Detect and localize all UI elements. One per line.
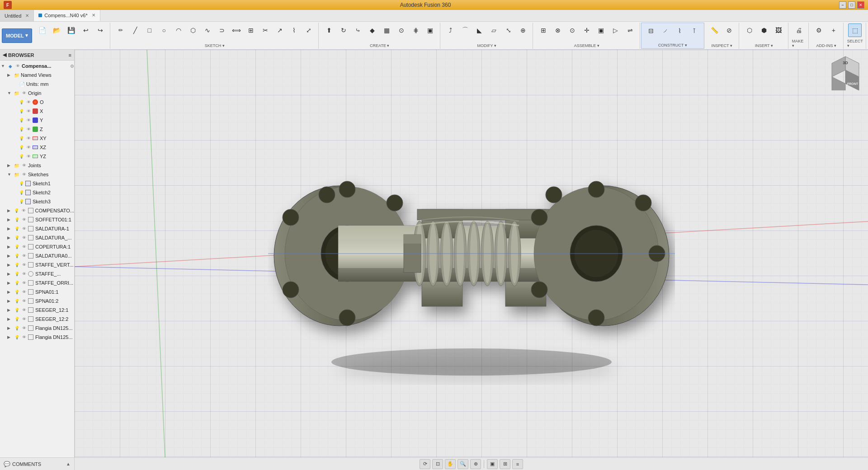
midplane-button[interactable]: ⊺ (688, 24, 701, 38)
3d-print-button[interactable]: 🖨 (792, 24, 806, 37)
offset-plane-button[interactable]: ⊟ (644, 24, 658, 38)
root-eye-icon[interactable]: 👁 (14, 63, 21, 69)
press-pull-button[interactable]: ⤴ (444, 24, 458, 37)
tree-seeger1[interactable]: ▶ 💡 👁 SEEGER_12:1 (0, 306, 74, 315)
saldatura0-arrow[interactable]: ▶ (7, 254, 13, 258)
pattern-button[interactable]: ⊞ (244, 24, 258, 37)
staffe2-eye-icon[interactable]: 👁 (21, 271, 27, 277)
tab-close-untitled[interactable]: ✕ (25, 13, 29, 18)
tree-plane-yz[interactable]: 💡 👁 YZ (0, 152, 74, 161)
addins-button[interactable]: + (827, 24, 840, 37)
joints-arrow[interactable]: ▶ (7, 163, 13, 168)
tree-named-views[interactable]: ▶ 📁 Named Views (0, 70, 74, 80)
seeger2-eye-icon[interactable]: 👁 (21, 316, 27, 322)
xz-eye-icon[interactable]: 👁 (25, 144, 32, 150)
browser-menu-icon[interactable]: ≡ (69, 52, 71, 58)
minimize-button[interactable]: − (839, 1, 846, 9)
look-at-button[interactable]: ⊡ (432, 459, 443, 469)
new-component-button[interactable]: ⊞ (537, 24, 550, 37)
saldatura2-arrow[interactable]: ▶ (7, 235, 13, 240)
new-button[interactable]: 📄 (36, 24, 49, 37)
tangent-plane-button[interactable]: ⌇ (673, 24, 687, 38)
undo-button[interactable]: ↩ (79, 24, 93, 37)
tab-close-main[interactable]: ✕ (92, 13, 95, 18)
root-gear-icon[interactable]: ⚙ (70, 64, 74, 69)
tab-compensan40v6[interactable]: Compens...N40 v6* ✕ (34, 10, 100, 21)
seeger1-eye-icon[interactable]: 👁 (21, 307, 27, 313)
insert-svg-button[interactable]: ⬢ (757, 24, 771, 37)
zoom-button[interactable]: 🔍 (458, 459, 468, 469)
circle-button[interactable]: ○ (157, 24, 171, 37)
redo-button[interactable]: ↪ (94, 24, 107, 37)
polygon-button[interactable]: ⬡ (186, 24, 200, 37)
extend-button[interactable]: ↗ (273, 24, 287, 37)
spna2-arrow[interactable]: ▶ (7, 299, 13, 303)
tree-spna1[interactable]: ▶ 💡 👁 SPNA01:1 (0, 287, 74, 296)
hole-button[interactable]: ⊙ (395, 24, 408, 37)
tree-units[interactable]: ▶ 📄 Units: mm (0, 80, 74, 89)
comments-expand-icon[interactable]: ▲ (66, 461, 71, 466)
display-mode-button[interactable]: ▣ (487, 459, 498, 469)
tree-flangia2[interactable]: ▶ 💡 👁 Flangia DN125... (0, 333, 74, 342)
stats-button[interactable]: ≡ (512, 459, 523, 469)
tree-origin-o[interactable]: 💡 👁 O (0, 98, 74, 107)
yz-eye-icon[interactable]: 👁 (25, 153, 32, 160)
sketches-arrow[interactable]: ▼ (7, 172, 13, 177)
joint-button[interactable]: ⊗ (551, 24, 565, 37)
browser-collapse-icon[interactable]: ◀ (3, 52, 6, 58)
close-button[interactable]: ✕ (857, 1, 864, 9)
sketches-eye-icon[interactable]: 👁 (21, 171, 27, 178)
flangia1-arrow[interactable]: ▶ (7, 326, 13, 330)
named-views-arrow[interactable]: ▶ (7, 73, 13, 77)
staffe-vert-eye-icon[interactable]: 👁 (21, 262, 27, 268)
select-button[interactable]: ⬚ (848, 24, 862, 37)
spline-button[interactable]: ∿ (201, 24, 214, 37)
grid-settings-button[interactable]: ⊞ (500, 459, 510, 469)
maximize-button[interactable]: □ (848, 1, 855, 9)
open-button[interactable]: 📂 (50, 24, 64, 37)
staffe-orri-eye-icon[interactable]: 👁 (21, 280, 27, 286)
tree-origin[interactable]: ▼ 📁 👁 Origin (0, 89, 74, 98)
canvas-button[interactable]: 🖼 (772, 24, 785, 37)
soffetto-arrow[interactable]: ▶ (7, 217, 13, 222)
tree-staffe-vert[interactable]: ▶ 💡 👁 STAFFE_VERT... (0, 260, 74, 269)
orbit-button[interactable]: ⟳ (420, 459, 430, 469)
spna2-eye-icon[interactable]: 👁 (21, 298, 27, 304)
line-button[interactable]: ╱ (128, 24, 142, 37)
xy-eye-icon[interactable]: 👁 (25, 135, 32, 141)
tree-axis-z[interactable]: 💡 👁 Z (0, 125, 74, 134)
staffe2-arrow[interactable]: ▶ (7, 272, 13, 276)
tree-axis-y[interactable]: 💡 👁 Y (0, 116, 74, 125)
saldatura1-arrow[interactable]: ▶ (7, 226, 13, 231)
viewport[interactable]: 3D FRONT (75, 50, 868, 457)
scripts-button[interactable]: ⚙ (812, 24, 826, 37)
sketch-create-button[interactable]: ✏ (114, 24, 127, 37)
origin-eye-icon[interactable]: 👁 (21, 90, 27, 96)
copertura-arrow[interactable]: ▶ (7, 244, 13, 249)
joint-origin-button[interactable]: ✛ (580, 24, 594, 37)
sweep-button[interactable]: ⤷ (351, 24, 365, 37)
staffe-orri-arrow[interactable]: ▶ (7, 281, 13, 285)
soffetto-eye-icon[interactable]: 👁 (21, 216, 27, 223)
flangia2-arrow[interactable]: ▶ (7, 335, 13, 339)
comments-section[interactable]: 💬 COMMENTS ▲ (0, 458, 75, 470)
flangia2-eye-icon[interactable]: 👁 (21, 334, 27, 340)
pan-button[interactable]: ✋ (445, 459, 456, 469)
3d-model-display[interactable] (75, 50, 868, 457)
tree-sketch3[interactable]: 💡 Sketch3 (0, 197, 74, 206)
arc-button[interactable]: ◠ (172, 24, 185, 37)
saldatura2-eye-icon[interactable]: 👁 (21, 235, 27, 241)
break-button[interactable]: ⌇ (288, 24, 301, 37)
copertura-eye-icon[interactable]: 👁 (21, 244, 27, 250)
seeger2-arrow[interactable]: ▶ (7, 317, 13, 321)
staffe-vert-arrow[interactable]: ▶ (7, 263, 13, 267)
compensato-eye-icon[interactable]: 👁 (21, 207, 27, 214)
measure-button[interactable]: 📏 (708, 24, 722, 37)
tree-flangia1[interactable]: ▶ 💡 👁 Flangia DN125... (0, 324, 74, 333)
root-expand-arrow[interactable]: ▼ (1, 64, 6, 68)
seeger1-arrow[interactable]: ▶ (7, 308, 13, 312)
tree-plane-xy[interactable]: 💡 👁 XY (0, 134, 74, 143)
tree-sketches[interactable]: ▼ 📁 👁 Sketches (0, 170, 74, 179)
tree-compensato[interactable]: ▶ 💡 👁 COMPENSATO... (0, 206, 74, 215)
save-button[interactable]: 💾 (65, 24, 78, 37)
